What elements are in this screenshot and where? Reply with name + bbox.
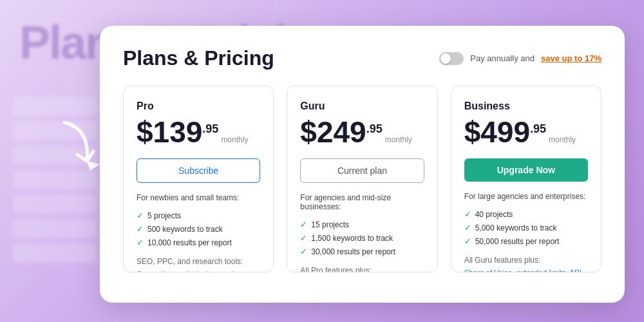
plan-guru: Guru $249 .95 monthly Current plan For a… [287, 86, 437, 272]
pro-feature-1: ✓5 projects [137, 209, 260, 222]
plan-business: Business $499 .95 monthly Upgrade Now Fo… [451, 86, 601, 272]
page-title: Plans & Pricing [123, 46, 274, 70]
pro-tools-label: SEO, PPC, and research tools: [137, 257, 260, 266]
billing-toggle-area: Pay annually and save up to 17% [439, 52, 601, 65]
guru-price-cents: .95 [366, 122, 383, 136]
check-icon: ✓ [137, 224, 144, 234]
business-description: For large agencies and enterprises: [464, 192, 588, 201]
pro-feature-3: ✓10,000 results per report [137, 236, 260, 249]
guru-description: For agencies and mid-size businesses: [300, 193, 424, 211]
business-price-cents: .95 [530, 122, 546, 136]
pro-price-period: monthly [221, 135, 248, 144]
business-feature-2: ✓5,000 keywords to track [464, 221, 588, 234]
billing-toggle-label: Pay annually and [470, 53, 535, 63]
toggle-knob [440, 53, 451, 64]
guru-price-period: monthly [385, 135, 412, 144]
guru-plan-name: Guru [300, 100, 424, 112]
pro-plan-name: Pro [137, 100, 260, 112]
guru-price-amount: $249 [300, 117, 366, 147]
business-feature-1: ✓40 projects [464, 207, 588, 221]
business-price-period: monthly [549, 135, 576, 144]
guru-current-button[interactable]: Current plan [300, 158, 424, 183]
business-upgrade-button[interactable]: Upgrade Now [464, 158, 588, 182]
pro-tools-text: Competitor analysis, keyword research, w… [137, 269, 260, 272]
guru-tools-label: All Pro features plus: [300, 266, 424, 272]
guru-feature-3: ✓30,000 results per report [300, 245, 424, 258]
business-features: ✓40 projects ✓5,000 keywords to track ✓5… [464, 207, 588, 248]
business-plan-name: Business [464, 100, 588, 112]
pro-subscribe-button[interactable]: Subscribe [137, 158, 260, 183]
card-header: Plans & Pricing Pay annually and save up… [123, 46, 601, 70]
check-icon: ✓ [300, 220, 307, 229]
pro-description: For newbies and small teams: [137, 193, 260, 202]
annual-toggle[interactable] [439, 52, 464, 65]
pro-features: ✓5 projects ✓500 keywords to track ✓10,0… [137, 209, 260, 249]
business-price-row: $499 .95 monthly [464, 117, 588, 147]
check-icon: ✓ [137, 238, 144, 247]
check-icon: ✓ [137, 211, 144, 220]
check-icon: ✓ [464, 223, 471, 232]
pro-price-amount: $139 [137, 117, 202, 147]
business-feature-3: ✓50,000 results per report [464, 234, 588, 248]
check-icon: ✓ [464, 236, 471, 246]
pro-feature-2: ✓500 keywords to track [137, 222, 260, 236]
pro-price-cents: .95 [202, 122, 218, 136]
pricing-card: Plans & Pricing Pay annually and save up… [100, 26, 625, 303]
check-icon: ✓ [300, 247, 307, 256]
pro-price-row: $139 .95 monthly [137, 117, 260, 147]
guru-feature-1: ✓15 projects [300, 218, 424, 231]
guru-price-row: $249 .95 monthly [300, 117, 424, 147]
plan-pro: Pro $139 .95 monthly Subscribe For newbi… [123, 86, 274, 272]
plans-grid: Pro $139 .95 monthly Subscribe For newbi… [123, 86, 601, 272]
business-tools-text: Share of Voice, extended limits, API acc… [464, 267, 588, 272]
save-label: save up to 17% [541, 53, 601, 63]
business-tools-label: All Guru features plus: [464, 256, 588, 265]
check-icon: ✓ [300, 233, 307, 243]
guru-features: ✓15 projects ✓1,500 keywords to track ✓3… [300, 218, 424, 258]
check-icon: ✓ [464, 209, 471, 219]
guru-feature-2: ✓1,500 keywords to track [300, 231, 424, 245]
business-price-amount: $499 [464, 117, 530, 147]
